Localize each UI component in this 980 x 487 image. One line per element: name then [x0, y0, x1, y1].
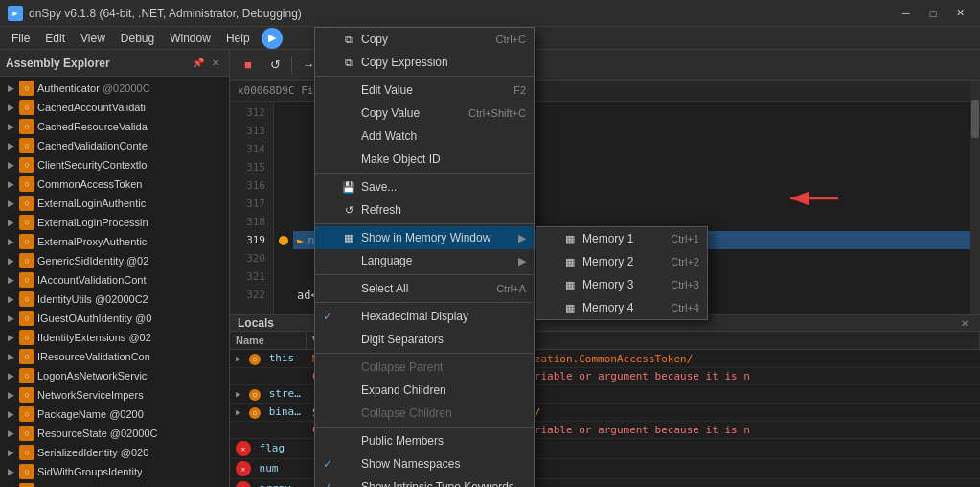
- cm-expand-children[interactable]: Expand Children: [315, 379, 534, 402]
- this-icon: ○: [249, 354, 261, 365]
- tree-item-generic-sid[interactable]: ▶ ○ GenericSidIdentity @02: [0, 251, 229, 270]
- maximize-button[interactable]: □: [921, 4, 946, 23]
- tree-arrow: ▶: [8, 103, 19, 112]
- stop-button[interactable]: ■: [236, 54, 261, 77]
- cm-select-shortcut: Ctrl+A: [496, 283, 526, 294]
- num-icon: ✕: [236, 461, 251, 476]
- tree-item-common-access[interactable]: ▶ ○ CommonAccessToken: [0, 174, 229, 194]
- cm-memory-2[interactable]: ▦ Memory 2 Ctrl+2: [536, 250, 707, 273]
- cm-collapse-parent-label: Collapse Parent: [361, 360, 526, 374]
- tree-arrow: ▶: [8, 371, 19, 381]
- tree-item-package[interactable]: ▶ ○ PackageName @0200: [0, 405, 229, 424]
- memory-icon: ▦: [340, 229, 357, 246]
- tree-item-external-login2[interactable]: ▶ ○ ExternalLoginProcessin: [0, 213, 229, 232]
- locals-close-button[interactable]: ✕: [957, 315, 972, 331]
- mem2-icon: ▦: [561, 253, 579, 270]
- cm-show-memory[interactable]: ▦ Show in Memory Window ▶ ▦ Memory 1 Ctr…: [315, 226, 534, 249]
- cm-digit-sep[interactable]: Digit Separators: [315, 328, 534, 351]
- close-panel-button[interactable]: ✕: [208, 56, 223, 71]
- cm-select-all-label: Select All: [361, 282, 477, 295]
- line-314: 314: [230, 140, 273, 158]
- tree-item-cached-resource[interactable]: ▶ ○ CachedResourceValida: [0, 117, 229, 136]
- tree-item-external-proxy[interactable]: ▶ ○ ExternalProxyAuthentic: [0, 232, 229, 251]
- cm-public-members-label: Public Members: [361, 434, 526, 448]
- tree-item-external-login[interactable]: ▶ ○ ExternalLoginAuthentic: [0, 194, 229, 213]
- cm-refresh[interactable]: ↺ Refresh: [315, 198, 534, 221]
- cm-copy-label: Copy: [361, 33, 477, 46]
- class-icon: ○: [19, 253, 34, 268]
- tree-item-resource-state[interactable]: ▶ ○ ResourceState @02000C: [0, 424, 229, 443]
- pin-button[interactable]: 📌: [191, 56, 206, 71]
- tree-item-iaccount[interactable]: ▶ ○ IAccountValidationCont: [0, 270, 229, 290]
- cm-memory-3[interactable]: ▦ Memory 3 Ctrl+3: [536, 273, 707, 296]
- lang-icon: [340, 252, 357, 269]
- cm-copy-expression[interactable]: ⧉ Copy Expression: [315, 51, 534, 74]
- tree-arrow: ▶: [8, 198, 19, 208]
- bp-314: [274, 140, 293, 158]
- tree-item-identity-utils[interactable]: ▶ ○ IdentityUtils @02000C2: [0, 290, 229, 309]
- tree-item-authenticator[interactable]: ▶ ○ Authenticator @02000C: [0, 79, 229, 98]
- tree-label: Authenticator @02000C: [37, 82, 150, 94]
- cm-copy-value[interactable]: Copy Value Ctrl+Shift+C: [315, 102, 534, 125]
- cm-memory-1[interactable]: ▦ Memory 1 Ctrl+1: [536, 227, 707, 250]
- cm-public-members[interactable]: Public Members: [315, 429, 534, 452]
- menu-edit[interactable]: Edit: [37, 28, 73, 49]
- bp-321: [274, 267, 293, 286]
- tree-arrow: ▶: [8, 237, 19, 246]
- cm-save[interactable]: 💾 Save...: [315, 175, 534, 198]
- public-icon: [340, 432, 357, 450]
- edit-icon: [340, 81, 357, 99]
- tree-item-client-security[interactable]: ▶ ○ ClientSecurityContextlo: [0, 155, 229, 174]
- cm-show-namespaces[interactable]: ✓ Show Namespaces: [315, 452, 534, 475]
- window-controls: ─ □ ✕: [894, 4, 972, 23]
- cm-intrinsic-label: Show Intrinsic Type Keywords: [361, 480, 526, 487]
- tree-item-network[interactable]: ▶ ○ NetworkServiceImpers: [0, 385, 229, 405]
- minimize-button[interactable]: ─: [894, 4, 919, 23]
- tree-label: IGuestOAuthIdentity @0: [37, 313, 151, 324]
- cm-edit-shortcut: F2: [513, 84, 526, 96]
- tree-item-cached-account[interactable]: ▶ ○ CachedAccountValidati: [0, 98, 229, 117]
- cm-select-all[interactable]: Select All Ctrl+A: [315, 277, 534, 300]
- bp-318: [274, 213, 293, 231]
- context-menu: ⧉ Copy Ctrl+C ⧉ Copy Expression Edit Val…: [314, 27, 535, 487]
- tree-item-iguest[interactable]: ▶ ○ IGuestOAuthIdentity @0: [0, 309, 229, 328]
- tree-item-sid[interactable]: ▶ ○ SidWithGroupsIdentity: [0, 462, 229, 481]
- cm-edit-value[interactable]: Edit Value F2: [315, 79, 534, 102]
- menu-debug[interactable]: Debug: [113, 28, 162, 49]
- menu-view[interactable]: View: [73, 28, 113, 49]
- tree-item-logon[interactable]: ▶ ○ LogonAsNetworkServic: [0, 366, 229, 385]
- tree-label: CachedResourceValida: [37, 121, 148, 132]
- cm-memory-1-shortcut: Ctrl+1: [671, 233, 699, 244]
- tree-item-windows[interactable]: ▶ ○ WindowsTokenIdentity: [0, 481, 229, 487]
- array-icon: ✕: [236, 481, 251, 487]
- cm-intrinsic-kw[interactable]: ✓ Show Intrinsic Type Keywords: [315, 475, 534, 487]
- cm-memory-4[interactable]: ▦ Memory 4 Ctrl+4: [536, 296, 707, 319]
- ns-icon: [340, 455, 357, 473]
- tree-item-serialized[interactable]: ▶ ○ SerializedIdentity @020: [0, 443, 229, 462]
- locals-name-flag: ✕ flag: [230, 439, 307, 458]
- tree-arrow: ▶: [8, 275, 19, 285]
- line-316: 316: [230, 176, 273, 195]
- tree-arrow: ▶: [8, 294, 19, 304]
- close-button[interactable]: ✕: [947, 4, 972, 23]
- copy-expr-icon: ⧉: [340, 54, 357, 71]
- cm-make-obj[interactable]: Make Object ID: [315, 148, 534, 171]
- menu-help[interactable]: Help: [218, 28, 258, 49]
- class-icon: ○: [19, 464, 34, 479]
- tree-item-iresource[interactable]: ▶ ○ IResourceValidationCon: [0, 347, 229, 366]
- cm-copy[interactable]: ⧉ Copy Ctrl+C: [315, 28, 534, 51]
- cm-show-ns-label: Show Namespaces: [361, 457, 526, 471]
- restart-button[interactable]: ↺: [262, 54, 287, 77]
- cm-language[interactable]: Language ▶: [315, 249, 534, 272]
- cm-add-watch[interactable]: Add Watch: [315, 125, 534, 148]
- menu-file[interactable]: File: [4, 28, 37, 49]
- line-315: 315: [230, 158, 273, 176]
- tree-item-iidentity[interactable]: ▶ ○ IIdentityExtensions @02: [0, 328, 229, 347]
- cm-hex-display[interactable]: ✓ Hexadecimal Display: [315, 305, 534, 328]
- tree-arrow: ▶: [8, 141, 19, 151]
- separator: [315, 274, 534, 275]
- tree-item-cached-validation[interactable]: ▶ ○ CachedValidationConte: [0, 136, 229, 155]
- class-icon: ○: [19, 406, 34, 422]
- menu-window[interactable]: Window: [162, 28, 218, 49]
- line-317: 317: [230, 195, 273, 213]
